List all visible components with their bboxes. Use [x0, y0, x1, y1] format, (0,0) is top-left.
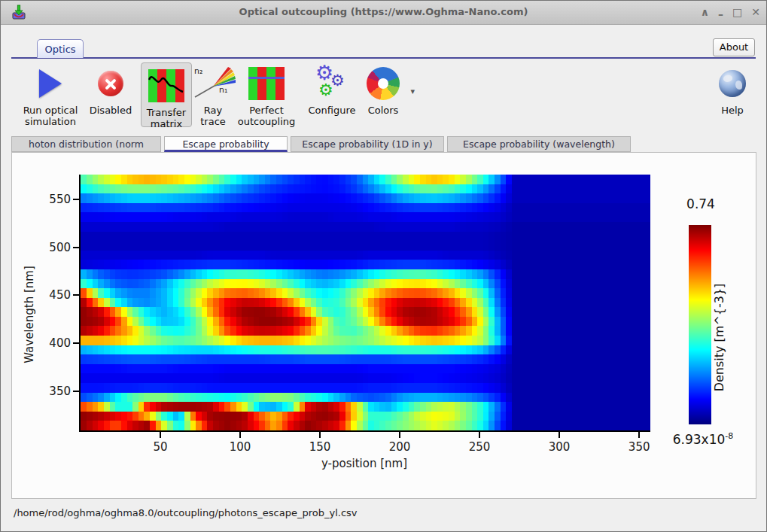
y-tick-label: 450 — [33, 288, 71, 302]
tab-escape-probability-wavelength[interactable]: Escape probability (wavelength) — [447, 136, 631, 152]
toolbar-item-label: Colors — [361, 105, 406, 116]
y-tick-label: 400 — [33, 336, 71, 350]
tab-photon-distribution[interactable]: hoton distribution (norm — [11, 136, 161, 152]
x-axis-label: y-position [nm] — [289, 457, 440, 470]
tab-escape-probability-1d[interactable]: Escape probability (1D in y) — [291, 136, 444, 152]
x-tick-mark — [638, 432, 640, 438]
gears-icon: ⚙⚙⚙ — [314, 65, 350, 102]
plot-panel: 35040045050055050100150200250300350 Wave… — [11, 152, 756, 499]
chevron-down-icon[interactable]: ▾ — [410, 87, 415, 96]
y-tick-mark — [73, 199, 79, 200]
x-tick-mark — [160, 432, 161, 438]
play-icon — [39, 69, 62, 98]
y-tick-label: 350 — [33, 385, 71, 398]
x-tick-label: 350 — [616, 440, 662, 454]
x-tick-label: 200 — [377, 440, 422, 454]
colorbar — [689, 225, 711, 424]
y-tick-mark — [73, 342, 79, 344]
ray-trace-button[interactable]: n₂ n₁ Ray trace — [193, 61, 233, 130]
y-tick-mark — [73, 294, 79, 296]
refractive-index-n1-label: n₁ — [219, 85, 227, 95]
y-axis-label: Wavelength [nm] — [23, 239, 36, 390]
run-optical-simulation-button[interactable]: Run optical simulation — [16, 61, 85, 130]
disabled-icon — [98, 71, 123, 96]
toolbar-item-label: Transfer matrix — [142, 107, 191, 130]
x-tick-label: 150 — [297, 440, 342, 454]
y-tick-mark — [73, 391, 79, 392]
close-icon[interactable]: ✕ — [751, 4, 760, 20]
toolbar-item-label: Disabled — [87, 105, 135, 116]
toolbar: Run optical simulation Disabled Transfer… — [1, 61, 766, 132]
color-wheel-icon — [367, 67, 400, 100]
x-tick-label: 250 — [457, 440, 502, 454]
x-tick-label: 100 — [218, 440, 263, 454]
x-tick-mark — [479, 432, 480, 438]
maximize-icon[interactable]: □ — [732, 4, 742, 20]
transfer-matrix-button[interactable]: Transfer matrix — [141, 62, 192, 127]
toolbar-item-label: Run optical simulation — [16, 105, 85, 128]
ray-trace-icon: n₂ n₁ — [193, 65, 233, 102]
x-tick-label: 50 — [138, 440, 183, 454]
shade-icon[interactable]: ∧ — [701, 4, 709, 20]
x-axis-line — [79, 430, 650, 432]
refractive-index-n2-label: n₂ — [194, 66, 202, 76]
window-title: Optical outcoupling (https://www.Oghma-N… — [1, 6, 766, 17]
colorbar-min-label: 6.93x10-8 — [656, 431, 750, 447]
perfect-outcoupling-button[interactable]: Perfect outcoupling — [231, 61, 302, 130]
help-button[interactable]: Help — [710, 61, 755, 130]
tab-escape-probability[interactable]: Escape probability — [164, 136, 288, 152]
toolbar-item-label: Perfect outcoupling — [231, 105, 302, 128]
colorbar-axis-label: Density [m^{-3}] — [712, 263, 726, 413]
x-tick-mark — [319, 432, 321, 438]
y-tick-label: 550 — [33, 193, 71, 206]
globe-icon — [719, 70, 746, 97]
y-tick-mark — [73, 247, 79, 248]
tab-optics[interactable]: Optics — [37, 39, 84, 58]
title-bar: Optical outcoupling (https://www.Oghma-N… — [1, 1, 766, 25]
x-tick-label: 300 — [537, 440, 582, 454]
x-tick-mark — [559, 432, 560, 438]
y-tick-label: 500 — [33, 241, 71, 254]
app-window: Optical outcoupling (https://www.Oghma-N… — [0, 0, 767, 532]
x-tick-mark — [399, 432, 400, 438]
toolbar-item-label: Configure — [305, 105, 359, 116]
configure-button[interactable]: ⚙⚙⚙ Configure — [305, 61, 359, 130]
y-axis-line — [79, 175, 81, 432]
toolbar-item-label: Help — [710, 105, 755, 116]
transfer-matrix-icon — [148, 68, 184, 104]
minimize-icon[interactable]: – — [718, 6, 723, 23]
perfect-outcoupling-icon — [248, 65, 285, 102]
about-button[interactable]: About — [713, 38, 755, 56]
status-file-path: /home/rod/oghma/oghma8.0/outcoupling/pho… — [14, 507, 358, 518]
heatmap-canvas — [81, 175, 650, 430]
x-tick-mark — [239, 432, 241, 438]
colorbar-max-label: 0.74 — [663, 196, 738, 211]
toolbar-item-label: Ray trace — [193, 105, 233, 128]
status-bar: /home/rod/oghma/oghma8.0/outcoupling/pho… — [1, 499, 766, 531]
ribbon-divider — [11, 57, 756, 59]
disabled-button[interactable]: Disabled — [87, 61, 135, 130]
colors-button[interactable]: ▾ Colors — [361, 61, 406, 130]
